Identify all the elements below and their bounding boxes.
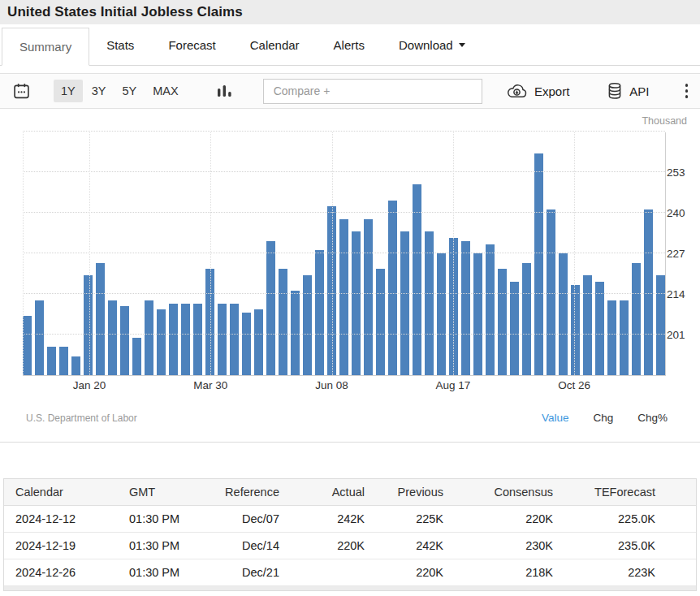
range-1y-button[interactable]: 1Y [54,80,83,102]
chart-bar[interactable] [620,300,629,375]
compare-input[interactable] [263,79,482,104]
export-label: Export [534,84,569,98]
gridline [23,171,665,172]
chart-bar[interactable] [486,244,495,376]
value-mode-link[interactable]: Value [542,412,569,424]
chart-bar[interactable] [230,304,239,376]
chart-bar[interactable] [35,300,44,375]
chart-bar[interactable] [218,304,227,376]
chart-bar[interactable] [583,275,592,375]
chart-bar[interactable] [303,275,312,375]
tab-forecast[interactable]: Forecast [151,24,232,65]
chart-bar[interactable] [71,356,80,375]
chart-bar[interactable] [595,282,604,375]
chart-bar[interactable] [108,300,117,375]
y-axis-unit-label: Thousand [642,115,687,127]
cell-reference: Dec/21 [214,559,291,586]
chart-bar[interactable] [47,347,56,375]
tab-download[interactable]: Download [382,24,482,65]
api-button[interactable]: API [607,82,649,100]
table-row[interactable]: 2024-12-12 01:30 PM Dec/07 242K 225K 220… [4,506,696,533]
tab-stats[interactable]: Stats [89,24,151,65]
chevron-down-icon [459,43,465,47]
gridline [453,132,454,375]
chart-bar[interactable] [242,313,251,375]
page-title: United States Initial Jobless Claims [7,4,243,20]
table-row[interactable]: 2024-12-19 01:30 PM Dec/14 220K 242K 230… [4,533,696,559]
chart-bar[interactable] [534,153,543,375]
chart-bar[interactable] [559,253,568,375]
cell-consensus: 220K [455,506,564,533]
range-5y-button[interactable]: 5Y [115,80,145,102]
calendar-icon[interactable] [12,82,31,101]
cell-actual: 220K [291,533,376,559]
chart-footer: U.S. Department of Labor Value Chg Chg% [26,412,668,424]
cell-previous: 220K [376,559,455,586]
chart-bar[interactable] [413,184,421,375]
chart-bar[interactable] [120,306,129,375]
cell-teforecast: 223K [564,559,696,586]
chg-mode-link[interactable]: Chg [593,412,613,424]
chart-bar[interactable] [522,263,531,376]
gridline [574,132,575,375]
chart-bar[interactable] [376,269,385,375]
col-header-actual: Actual [291,479,376,506]
tab-label: Calendar [250,38,300,52]
x-axis-tick-label: Jan 20 [73,379,106,391]
chart-bar[interactable] [437,253,446,375]
chart-bar[interactable] [632,263,641,376]
bars [23,132,665,375]
gridline [89,132,90,375]
cell-teforecast: 235.0K [564,533,696,559]
chart-bar[interactable] [364,219,373,375]
col-header-gmt: GMT [118,479,214,506]
cell-reference: Dec/14 [214,533,291,559]
chart-bar[interactable] [607,300,616,375]
chart-bar[interactable] [59,347,68,375]
table-row[interactable]: 2024-12-26 01:30 PM Dec/21 220K 218K 223… [4,559,696,586]
chart-bar[interactable] [571,285,580,376]
chart-bar[interactable] [181,304,190,376]
chart-bar[interactable] [266,241,275,375]
chart-toolbar: 1Y 3Y 5Y MAX Export API [0,73,700,109]
chg-pct-mode-link[interactable]: Chg% [637,412,668,424]
chart-bar[interactable] [23,316,32,375]
chart-bar[interactable] [254,309,263,375]
chart-bar[interactable] [96,263,105,376]
tab-calendar[interactable]: Calendar [233,24,317,65]
tab-summary[interactable]: Summary [2,28,89,66]
chart-bar[interactable] [193,304,202,376]
chart-bar[interactable] [145,300,153,375]
col-header-reference: Reference [214,479,291,506]
range-3y-button[interactable]: 3Y [84,80,114,102]
chart-bar[interactable] [279,269,287,375]
chart-bar[interactable] [132,338,141,375]
cell-date: 2024-12-26 [4,559,118,586]
chart-bar[interactable] [388,201,397,375]
export-button[interactable]: Export [506,84,569,99]
chart-bar[interactable] [84,275,93,375]
chart-bar[interactable] [461,241,470,375]
cell-gmt: 01:30 PM [118,506,214,533]
cell-gmt: 01:30 PM [118,559,214,586]
chart-bar[interactable] [157,309,166,375]
chart-plot: 201214227240253Jan 20Mar 30Jun 08Aug 17O… [23,132,666,376]
y-axis-tick-label: 214 [667,288,698,300]
cell-previous: 225K [376,506,455,533]
chart-card: Thousand 201214227240253Jan 20Mar 30Jun … [0,109,700,443]
range-max-button[interactable]: MAX [145,80,185,102]
chart-bar[interactable] [169,304,178,376]
col-header-teforecast: TEForecast [564,479,696,506]
cell-consensus: 230K [455,533,564,559]
tab-alerts[interactable]: Alerts [317,24,382,65]
chart-bar[interactable] [510,282,519,375]
chart-bar[interactable] [315,250,324,375]
kebab-menu-icon[interactable] [685,82,689,99]
chart-bar[interactable] [473,253,482,375]
chart-bar[interactable] [339,219,348,375]
y-axis-tick-label: 201 [667,329,698,341]
cell-date: 2024-12-12 [4,506,118,533]
bar-chart-type-icon[interactable] [217,83,232,100]
chart-bar[interactable] [498,269,507,375]
chart-bar[interactable] [656,275,665,375]
